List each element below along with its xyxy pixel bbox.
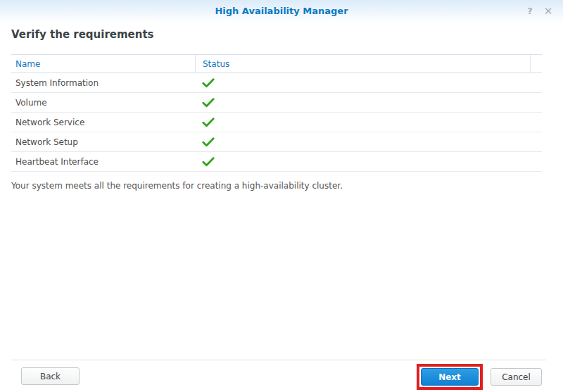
table-row: Network Service bbox=[11, 113, 542, 132]
column-header-name[interactable]: Name bbox=[11, 55, 195, 72]
check-icon bbox=[202, 98, 215, 108]
requirements-table: Name Status System Information Volume Ne… bbox=[11, 54, 542, 172]
column-header-status[interactable]: Status bbox=[195, 55, 530, 72]
check-icon bbox=[202, 157, 215, 167]
requirement-status bbox=[195, 137, 542, 147]
help-icon[interactable]: ? bbox=[524, 5, 536, 18]
check-icon bbox=[202, 137, 215, 147]
cancel-button[interactable]: Cancel bbox=[491, 368, 542, 386]
check-icon bbox=[202, 118, 215, 127]
requirement-status bbox=[195, 118, 542, 127]
window-title: High Availability Manager bbox=[0, 6, 563, 16]
requirements-rows: System Information Volume Network Servic… bbox=[11, 73, 542, 172]
table-row: System Information bbox=[11, 73, 542, 93]
requirement-name: Network Service bbox=[11, 118, 195, 127]
titlebar: High Availability Manager ? ✕ bbox=[0, 0, 563, 23]
requirement-name: Network Setup bbox=[11, 137, 195, 147]
back-button[interactable]: Back bbox=[21, 367, 80, 385]
close-icon[interactable]: ✕ bbox=[542, 5, 555, 18]
table-row: Network Setup bbox=[11, 132, 542, 152]
check-icon bbox=[202, 78, 215, 88]
page-title: Verify the requirements bbox=[11, 28, 154, 41]
result-message: Your system meets all the requirements f… bbox=[11, 181, 343, 191]
requirement-status bbox=[195, 78, 542, 88]
next-button[interactable]: Next bbox=[421, 368, 479, 386]
requirement-name: Heartbeat Interface bbox=[11, 157, 195, 167]
requirement-status bbox=[195, 157, 542, 167]
column-header-spacer bbox=[530, 55, 542, 72]
requirement-name: System Information bbox=[11, 78, 195, 88]
table-header: Name Status bbox=[11, 54, 542, 73]
requirement-name: Volume bbox=[11, 98, 195, 108]
footer-divider bbox=[11, 360, 546, 360]
requirement-status bbox=[195, 98, 542, 108]
table-row: Volume bbox=[11, 93, 542, 113]
table-row: Heartbeat Interface bbox=[11, 152, 542, 172]
